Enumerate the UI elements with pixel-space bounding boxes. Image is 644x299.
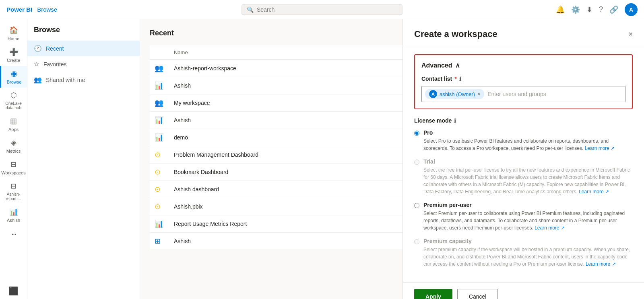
- nav-label-onelake: OneLake data hub: [2, 101, 25, 110]
- license-info-icon[interactable]: ℹ: [454, 118, 456, 124]
- nav-item-home[interactable]: 🏠 Home: [0, 23, 27, 44]
- nav-label-ashish: Ashish: [7, 218, 20, 223]
- panel-footer: Apply Cancel: [403, 282, 644, 299]
- contact-list-label: Contact list * ℹ: [421, 76, 625, 82]
- license-premium-user-desc: Select Premium per-user to collaborate u…: [423, 210, 633, 231]
- nav-item-workspaces[interactable]: ⊟ Workspaces: [0, 157, 27, 178]
- required-star: *: [454, 76, 456, 82]
- search-box[interactable]: 🔍: [242, 4, 402, 15]
- row-icon: ⊙: [155, 185, 161, 193]
- license-radio-trial[interactable]: [414, 160, 419, 165]
- license-premium-capacity-desc: Select premium capacity if the workspace…: [423, 246, 633, 268]
- sidebar: Browse 🕐 Recent ☆ Favorites 👥 Shared wit…: [27, 19, 140, 299]
- recent-icon: 🕐: [34, 45, 42, 52]
- row-icon: 👥: [155, 64, 163, 72]
- license-pro-label: Pro: [423, 129, 633, 136]
- download-icon[interactable]: ⬇: [586, 5, 592, 14]
- contact-tag-label: ashish (Owner): [440, 91, 475, 97]
- advanced-section: Advanced ∧ Contact list * ℹ A ashish (Ow…: [414, 54, 633, 109]
- powerbi-icon: ⬛: [8, 286, 19, 296]
- browse-icon: ◉: [11, 69, 17, 78]
- license-radio-pro[interactable]: [414, 131, 419, 136]
- pro-learn-more[interactable]: Learn more ↗: [585, 145, 615, 151]
- col-name: [150, 45, 169, 60]
- row-name: Problem Management Dashboard: [169, 146, 413, 164]
- sidebar-item-label-shared: Shared with me: [46, 77, 85, 83]
- sidebar-item-recent[interactable]: 🕐 Recent: [27, 41, 140, 56]
- help-icon[interactable]: ?: [599, 5, 603, 14]
- nav-item-browse[interactable]: ◉ Browse: [0, 66, 27, 88]
- row-name: Ashish: [169, 233, 413, 250]
- cancel-button[interactable]: Cancel: [457, 289, 498, 299]
- row-icon: 📊: [155, 116, 163, 124]
- row-icon: ⊙: [155, 168, 161, 176]
- license-pro-desc: Select Pro to use basic Power BI feature…: [423, 137, 633, 152]
- panel-body: Advanced ∧ Contact list * ℹ A ashish (Ow…: [403, 46, 644, 282]
- row-name: Report Usage Metrics Report: [169, 215, 413, 233]
- home-icon: 🏠: [9, 26, 18, 35]
- col-name-header[interactable]: Name: [169, 45, 413, 60]
- license-premium-user-label: Premium per-user: [423, 202, 633, 208]
- license-option-pro: Pro Select Pro to use basic Power BI fea…: [414, 129, 633, 152]
- left-nav: 🏠 Home ➕ Create ◉ Browse ⬡ OneLake data …: [0, 19, 27, 299]
- sidebar-item-favorites[interactable]: ☆ Favorites: [27, 56, 140, 72]
- nav-label-create: Create: [7, 58, 20, 63]
- settings-icon[interactable]: ⚙️: [571, 5, 580, 14]
- nav-item-ashish[interactable]: 📊 Ashish: [0, 204, 27, 226]
- row-icon: 📊: [155, 220, 163, 228]
- row-icon: 📊: [155, 82, 163, 90]
- premium-user-learn-more[interactable]: Learn more ↗: [535, 225, 565, 231]
- nav-item-ashish-report[interactable]: ⊟ Ashish-report-...: [0, 178, 27, 204]
- share-icon[interactable]: 🔗: [609, 5, 618, 14]
- panel-header: Create a workspace ×: [403, 19, 644, 46]
- license-premium-capacity-content: Premium capacity Select premium capacity…: [423, 238, 633, 268]
- row-icon: ⊙: [155, 203, 161, 211]
- ashish-report-icon: ⊟: [10, 182, 17, 190]
- row-icon: 👥: [155, 99, 163, 107]
- shared-icon: 👥: [34, 76, 42, 84]
- license-label: License mode ℹ: [414, 117, 633, 124]
- nav-item-create[interactable]: ➕ Create: [0, 44, 27, 66]
- contact-input[interactable]: A ashish (Owner) × Enter users and group…: [421, 86, 625, 102]
- workspaces-icon: ⊟: [10, 160, 17, 169]
- license-option-premium-capacity: Premium capacity Select premium capacity…: [414, 238, 633, 268]
- nav-item-onelake[interactable]: ⬡ OneLake data hub: [0, 88, 27, 113]
- contact-remove-button[interactable]: ×: [477, 91, 480, 97]
- contact-list-title: Contact list: [421, 76, 452, 82]
- create-icon: ➕: [9, 47, 18, 56]
- close-button[interactable]: ×: [628, 30, 633, 39]
- notification-icon[interactable]: 🔔: [556, 5, 565, 14]
- premium-capacity-learn-more[interactable]: Learn more ↗: [586, 261, 616, 267]
- contact-tag-avatar: A: [429, 90, 437, 98]
- top-bar-icons: 🔔 ⚙️ ⬇ ? 🔗 A: [556, 3, 638, 16]
- nav-label-workspaces: Workspaces: [1, 170, 25, 175]
- nav-item-metrics[interactable]: ◈ Metrics: [0, 135, 27, 157]
- sidebar-item-shared[interactable]: 👥 Shared with me: [27, 72, 140, 88]
- trial-learn-more[interactable]: Learn more ↗: [579, 189, 609, 195]
- advanced-toggle[interactable]: Advanced ∧: [421, 61, 625, 69]
- search-input[interactable]: [257, 6, 397, 13]
- row-name: Ashish: [169, 77, 413, 94]
- row-name: demo: [169, 129, 413, 146]
- row-name: Ashish dashboard: [169, 181, 413, 198]
- contact-info-icon[interactable]: ℹ: [459, 76, 461, 82]
- license-radio-premium-capacity[interactable]: [414, 239, 419, 244]
- license-trial-label: Trial: [423, 158, 633, 165]
- avatar[interactable]: A: [625, 3, 638, 16]
- panel-title: Create a workspace: [414, 29, 497, 39]
- main-container: 🏠 Home ➕ Create ◉ Browse ⬡ OneLake data …: [0, 19, 644, 299]
- nav-item-more[interactable]: ···: [0, 226, 27, 242]
- license-option-premium-user: Premium per-user Select Premium per-user…: [414, 202, 633, 231]
- nav-label-ashish-report: Ashish-report-...: [2, 192, 25, 201]
- row-name: Ashish-report-workspace: [169, 60, 413, 77]
- license-radio-premium-user[interactable]: [414, 203, 419, 208]
- nav-item-apps[interactable]: ▦ Apps: [0, 113, 27, 135]
- apply-button[interactable]: Apply: [414, 289, 452, 299]
- row-name: Ashish.pbix: [169, 198, 413, 215]
- apps-icon: ▦: [10, 117, 17, 125]
- favorites-icon: ☆: [34, 60, 39, 68]
- row-icon: ⊞: [155, 237, 161, 245]
- row-name: Bookmark Dashboard: [169, 164, 413, 181]
- row-icon: 📊: [155, 133, 163, 141]
- sidebar-item-label-recent: Recent: [46, 45, 64, 52]
